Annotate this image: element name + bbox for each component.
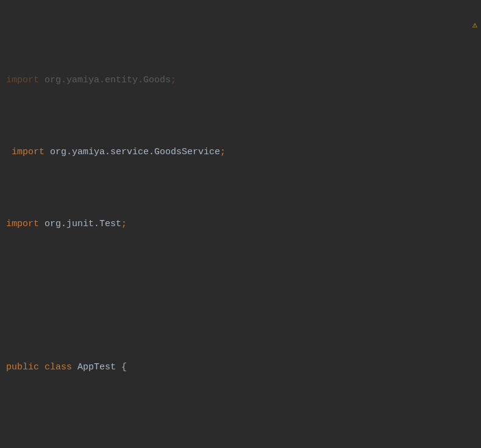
- code-line: import org.yamiya.entity.Goods;: [0, 71, 481, 90]
- warning-icon[interactable]: ⚠: [472, 17, 477, 34]
- code-line: public class AppTest {: [0, 358, 481, 377]
- code-editor[interactable]: import org.yamiya.entity.Goods; import o…: [0, 0, 481, 448]
- code-line: [0, 286, 481, 305]
- code-line: import org.junit.Test;: [0, 215, 481, 233]
- code-line: import org.yamiya.service.GoodsService;: [0, 143, 481, 162]
- code-line: [0, 430, 481, 448]
